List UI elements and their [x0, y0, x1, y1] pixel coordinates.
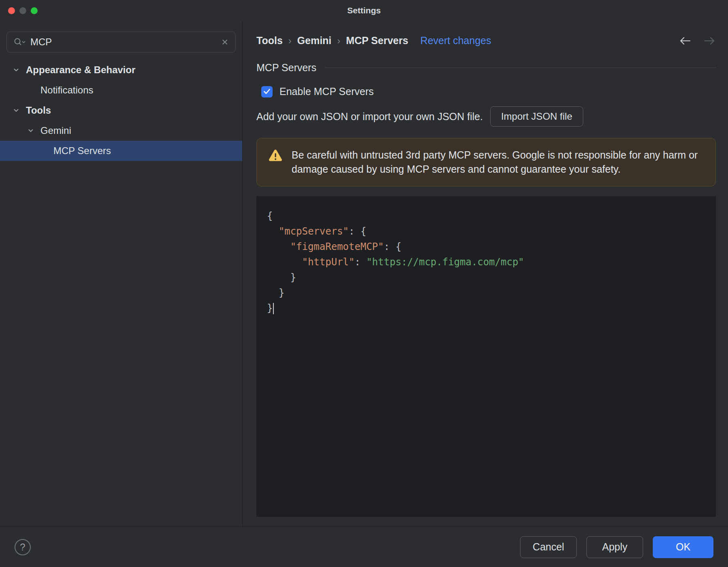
forward-arrow-icon[interactable] — [703, 36, 716, 46]
titlebar: Settings — [0, 0, 728, 21]
sidebar-item-mcp-servers[interactable]: MCP Servers — [0, 141, 242, 161]
enable-mcp-label: Enable MCP Servers — [279, 86, 374, 97]
back-arrow-icon[interactable] — [679, 36, 692, 46]
settings-sidebar: Appearance & Behavior Notifications Tool… — [0, 21, 243, 527]
sidebar-item-label: MCP Servers — [53, 145, 111, 157]
breadcrumb-separator-icon: › — [337, 35, 341, 47]
import-description: Add your own JSON or import your own JSO… — [256, 111, 483, 123]
warning-text: Be careful with untrusted 3rd party MCP … — [292, 148, 704, 176]
breadcrumb-item-mcp-servers: MCP Servers — [346, 35, 408, 47]
traffic-lights — [8, 0, 38, 21]
settings-window: Settings — [0, 0, 728, 567]
enable-mcp-row: Enable MCP Servers — [256, 86, 716, 97]
close-window-button[interactable] — [8, 7, 15, 14]
settings-search-field[interactable] — [6, 32, 236, 53]
warning-icon — [268, 149, 283, 166]
warning-banner: Be careful with untrusted 3rd party MCP … — [256, 138, 716, 186]
zoom-window-button[interactable] — [31, 7, 38, 14]
chevron-down-icon[interactable] — [27, 127, 35, 135]
sidebar-item-label: Notifications — [40, 85, 93, 96]
breadcrumb-item-tools[interactable]: Tools — [256, 35, 283, 47]
revert-changes-link[interactable]: Revert changes — [420, 35, 491, 47]
chevron-down-icon[interactable] — [12, 66, 20, 74]
enable-mcp-checkbox[interactable] — [261, 86, 273, 97]
minimize-window-button[interactable] — [19, 7, 26, 14]
sidebar-item-label: Gemini — [40, 125, 71, 136]
apply-button[interactable]: Apply — [586, 536, 643, 558]
import-json-button[interactable]: Import JSON file — [490, 106, 583, 127]
history-nav — [679, 36, 716, 46]
settings-content: Tools › Gemini › MCP Servers Revert chan… — [243, 21, 728, 527]
footer-buttons: Cancel Apply OK — [520, 536, 713, 558]
text-cursor — [273, 303, 274, 314]
import-row: Add your own JSON or import your own JSO… — [256, 106, 716, 127]
help-button[interactable]: ? — [15, 539, 31, 555]
sidebar-item-notifications[interactable]: Notifications — [0, 80, 242, 100]
section-title: MCP Servers — [256, 62, 316, 74]
sidebar-item-label: Appearance & Behavior — [26, 64, 135, 76]
chevron-down-icon[interactable] — [12, 106, 20, 114]
cancel-button[interactable]: Cancel — [520, 536, 577, 558]
section-divider — [324, 68, 716, 68]
sidebar-item-gemini[interactable]: Gemini — [0, 121, 242, 141]
json-editor[interactable]: { "mcpServers": { "figmaRemoteMCP": { "h… — [256, 196, 716, 517]
breadcrumb-item-gemini[interactable]: Gemini — [297, 35, 332, 47]
breadcrumb-separator-icon: › — [288, 35, 292, 47]
settings-tree: Appearance & Behavior Notifications Tool… — [0, 60, 242, 161]
section-header: MCP Servers — [256, 62, 716, 74]
search-icon[interactable] — [13, 37, 25, 47]
search-input[interactable] — [30, 36, 216, 48]
sidebar-item-label: Tools — [26, 105, 51, 116]
sidebar-item-tools[interactable]: Tools — [0, 100, 242, 121]
sidebar-item-appearance-behavior[interactable]: Appearance & Behavior — [0, 60, 242, 80]
dialog-footer: ? Cancel Apply OK — [0, 527, 728, 567]
breadcrumb: Tools › Gemini › MCP Servers Revert chan… — [256, 35, 716, 47]
ok-button[interactable]: OK — [653, 536, 713, 558]
clear-search-icon[interactable] — [221, 38, 229, 46]
window-title: Settings — [347, 6, 381, 15]
